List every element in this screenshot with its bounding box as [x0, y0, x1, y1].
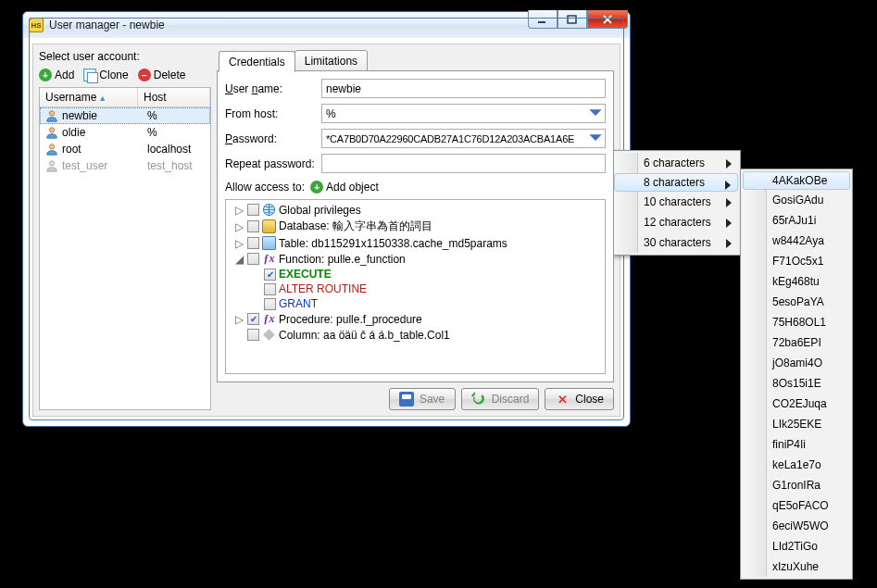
column-icon: [263, 329, 275, 341]
checkbox[interactable]: [247, 220, 259, 232]
user-host: localhost: [145, 143, 207, 156]
add-object-button[interactable]: + Add object: [310, 181, 379, 194]
tree-node-table[interactable]: ▷ Table: db115291x1150338.cache_md5param…: [226, 235, 605, 251]
user-list[interactable]: Username▲ Host newbie%oldie%rootlocalhos…: [39, 87, 211, 410]
close-window-button[interactable]: [587, 10, 628, 29]
globe-icon: [262, 203, 276, 217]
access-tree[interactable]: ▷ Global privileges ▷ Database: 輸入字串為首的詞…: [225, 199, 606, 374]
svg-point-5: [49, 161, 54, 166]
tree-node-procedure[interactable]: ▷ ƒx Procedure: pulle.f_procedure: [226, 311, 605, 327]
right-panel: Credentials Limitations User name: From …: [217, 50, 614, 410]
expander-icon[interactable]: ▷: [234, 205, 244, 215]
menu-item-password[interactable]: LIk25EKE: [743, 414, 850, 434]
user-icon: [45, 159, 58, 172]
user-row[interactable]: test_usertest_host: [40, 157, 210, 174]
menu-item-password[interactable]: finiP4Ii: [743, 434, 850, 455]
submenu-arrow-icon: [725, 197, 733, 210]
expander-icon[interactable]: ▷: [234, 314, 244, 324]
tree-node-function[interactable]: ◢ ƒx Function: pulle.e_function: [226, 251, 605, 267]
menu-item-password[interactable]: CO2EJuqa: [743, 394, 850, 414]
menu-item-password[interactable]: keLa1e7o: [743, 455, 850, 475]
user-row[interactable]: rootlocalhost: [40, 141, 210, 157]
menu-item-password[interactable]: kEg468tu: [743, 271, 850, 292]
tab-credentials-page: User name: From host: % Password: *CA7B0…: [217, 70, 614, 382]
tab-limitations[interactable]: Limitations: [294, 50, 368, 71]
svg-point-3: [49, 128, 54, 132]
clone-account-button[interactable]: Clone: [83, 69, 128, 81]
checkbox[interactable]: [264, 283, 276, 295]
menu-item-password[interactable]: w8442Aya: [743, 231, 850, 251]
user-row[interactable]: oldie%: [40, 124, 210, 141]
menu-item-password[interactable]: 72ba6EPI: [743, 332, 850, 353]
svg-rect-1: [568, 16, 576, 23]
svg-rect-0: [538, 21, 545, 23]
password-label: Password:: [225, 132, 316, 145]
col-username[interactable]: Username▲: [40, 88, 138, 106]
menu-item-password[interactable]: xIzuXuhe: [743, 557, 850, 577]
user-name: root: [62, 143, 81, 156]
close-button[interactable]: ✕ Close: [545, 388, 614, 410]
add-account-button[interactable]: + Add: [39, 69, 74, 81]
tree-node-alter-routine[interactable]: ALTER ROUTINE: [226, 281, 605, 296]
repeat-password-input[interactable]: [321, 154, 606, 173]
checkbox[interactable]: [264, 298, 276, 310]
tab-credentials[interactable]: Credentials: [219, 51, 295, 72]
menu-item-6chars[interactable]: 6 characters: [614, 153, 738, 173]
menu-item-10chars[interactable]: 10 characters: [614, 192, 738, 212]
checkbox-checked[interactable]: [264, 269, 276, 281]
menu-item-password[interactable]: jO8ami4O: [743, 353, 850, 373]
menu-item-password[interactable]: 65rAJu1i: [743, 210, 850, 231]
minus-icon: –: [138, 69, 151, 81]
tree-node-grant[interactable]: GRANT: [226, 296, 605, 311]
discard-button[interactable]: Discard: [461, 388, 540, 410]
user-row[interactable]: newbie%: [40, 107, 210, 124]
discard-icon: [471, 392, 486, 407]
tree-node-column[interactable]: ▷ Column: aa öäü č á á.b_table.Col1: [226, 327, 605, 343]
checkbox[interactable]: [247, 253, 259, 265]
minimize-button[interactable]: [528, 10, 558, 29]
checkbox[interactable]: [247, 329, 259, 341]
menu-item-8chars[interactable]: 8 characters: [614, 173, 738, 192]
titlebar[interactable]: HS User manager - newbie: [23, 12, 630, 38]
expander-icon[interactable]: ▷: [234, 238, 244, 248]
menu-item-password[interactable]: 6eciW5WO: [743, 516, 850, 536]
checkbox-checked[interactable]: [247, 313, 259, 325]
menu-item-password[interactable]: G1ronIRa: [743, 475, 850, 495]
tree-node-execute[interactable]: EXECUTE: [226, 267, 605, 281]
menu-item-password[interactable]: 5esoPaYA: [743, 292, 850, 312]
user-host: %: [145, 109, 207, 122]
allow-access-row: Allow access to: + Add object: [225, 181, 606, 194]
menu-item-password[interactable]: GosiGAdu: [743, 190, 850, 210]
menu-item-30chars[interactable]: 30 characters: [614, 232, 738, 253]
username-input[interactable]: [321, 79, 606, 98]
account-toolbar: + Add Clone – Delete: [39, 67, 211, 83]
delete-account-button[interactable]: – Delete: [138, 69, 186, 81]
svg-point-2: [49, 111, 54, 116]
host-combo[interactable]: %: [321, 104, 606, 123]
bottom-button-row: Save Discard ✕ Close: [217, 382, 614, 410]
checkbox[interactable]: [247, 237, 259, 249]
expander-icon[interactable]: ◢: [234, 254, 244, 264]
menu-item-password[interactable]: 4AKakOBe: [743, 171, 850, 190]
plus-icon: +: [310, 181, 323, 194]
password-combo[interactable]: *CA7B0D70A22960CADB27A1C76D12A203ACBA1A6…: [321, 129, 606, 148]
tree-node-database[interactable]: ▷ Database: 輸入字串為首的詞目: [226, 218, 605, 235]
menu-item-password[interactable]: 8Os15i1E: [743, 373, 850, 394]
menu-item-password[interactable]: qE5oFACO: [743, 495, 850, 516]
user-list-header[interactable]: Username▲ Host: [40, 88, 210, 107]
checkbox[interactable]: [247, 204, 259, 216]
menu-item-12chars[interactable]: 12 characters: [614, 212, 738, 232]
menu-item-password[interactable]: F71Oc5x1: [743, 251, 850, 271]
password-length-menu[interactable]: 6 characters 8 characters 10 characters …: [611, 150, 741, 256]
submenu-arrow-icon: [724, 180, 732, 193]
expander-icon[interactable]: ▷: [234, 221, 244, 231]
generated-password-menu[interactable]: 4AKakOBeGosiGAdu65rAJu1iw8442AyaF71Oc5x1…: [740, 169, 853, 580]
menu-item-password[interactable]: 75H68OL1: [743, 312, 850, 332]
tree-node-global[interactable]: ▷ Global privileges: [226, 202, 605, 218]
submenu-arrow-icon: [725, 238, 733, 251]
maximize-button[interactable]: [558, 10, 587, 29]
menu-item-password[interactable]: LId2TiGo: [743, 536, 850, 557]
plus-icon: +: [39, 69, 52, 81]
col-host[interactable]: Host: [138, 88, 210, 106]
save-button[interactable]: Save: [389, 388, 456, 410]
